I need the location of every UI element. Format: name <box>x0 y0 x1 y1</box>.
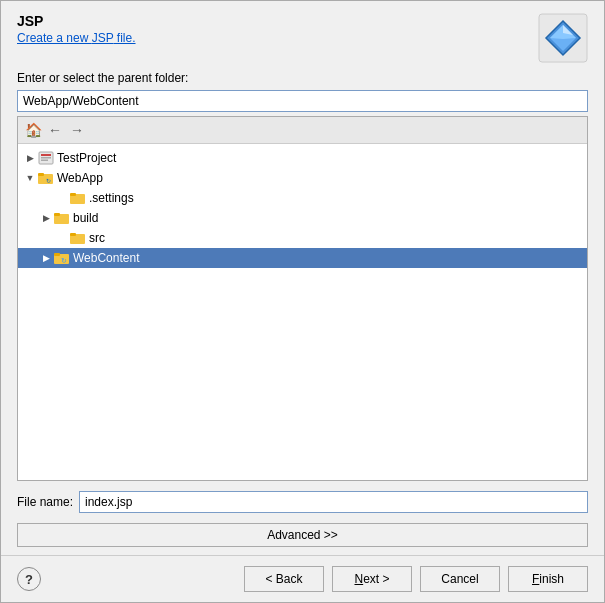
build-label: build <box>73 211 98 225</box>
subtitle-pre: Create a new <box>17 31 92 45</box>
testproject-label: TestProject <box>57 151 116 165</box>
tree-item-build[interactable]: ▶ build <box>18 208 587 228</box>
svg-text:↻: ↻ <box>61 257 67 264</box>
webapp-folder-icon: ↻ <box>38 170 54 186</box>
subtitle-link: JSP <box>92 31 114 45</box>
svg-rect-18 <box>70 233 76 236</box>
cancel-button[interactable]: Cancel <box>420 566 500 592</box>
tree-item-testproject[interactable]: ▶ TestProject <box>18 148 587 168</box>
svg-rect-7 <box>41 157 51 159</box>
subtitle-post: file. <box>114 31 136 45</box>
tree-item-webapp[interactable]: ▼ ↻ WebApp <box>18 168 587 188</box>
build-folder-icon <box>54 210 70 226</box>
tree-container: 🏠 ← → ▶ TestPr <box>17 116 588 481</box>
footer-right: < Back Next > Cancel Finish <box>244 566 588 592</box>
svg-rect-16 <box>54 213 60 216</box>
expand-icon-settings <box>54 190 70 206</box>
dialog-header: JSP Create a new JSP file. <box>1 1 604 71</box>
tree-home-button[interactable]: 🏠 <box>23 120 43 140</box>
dialog-subtitle: Create a new JSP file. <box>17 31 136 45</box>
file-name-row: File name: <box>17 491 588 513</box>
folder-section-label: Enter or select the parent folder: <box>17 71 588 85</box>
settings-label: .settings <box>89 191 134 205</box>
back-button[interactable]: < Back <box>244 566 324 592</box>
tree-forward-button[interactable]: → <box>67 120 87 140</box>
tree-content: ▶ TestProject ▼ <box>18 144 587 480</box>
webcontent-label: WebContent <box>73 251 140 265</box>
tree-item-src[interactable]: src <box>18 228 587 248</box>
dialog-body: Enter or select the parent folder: 🏠 ← →… <box>1 71 604 555</box>
footer-left: ? <box>17 567 41 591</box>
svg-rect-20 <box>54 253 60 256</box>
svg-rect-6 <box>41 154 51 156</box>
src-folder-icon <box>70 230 86 246</box>
tree-toolbar: 🏠 ← → <box>18 117 587 144</box>
advanced-button[interactable]: Advanced >> <box>17 523 588 547</box>
svg-rect-11 <box>38 173 44 176</box>
dialog-title: JSP <box>17 13 136 29</box>
help-button[interactable]: ? <box>17 567 41 591</box>
expand-icon-webapp: ▼ <box>22 170 38 186</box>
jsp-new-file-dialog: JSP Create a new JSP file. Enter or sele… <box>0 0 605 603</box>
tree-back-button[interactable]: ← <box>45 120 65 140</box>
next-label-rest: ext > <box>363 572 389 586</box>
webcontent-folder-icon: ↻ <box>54 250 70 266</box>
project-icon <box>38 150 54 166</box>
folder-path-input[interactable] <box>17 90 588 112</box>
dialog-footer: ? < Back Next > Cancel Finish <box>1 555 604 602</box>
finish-button[interactable]: Finish <box>508 566 588 592</box>
dialog-icon <box>538 13 588 63</box>
settings-folder-icon <box>70 190 86 206</box>
title-area: JSP Create a new JSP file. <box>17 13 136 45</box>
webapp-label: WebApp <box>57 171 103 185</box>
svg-rect-14 <box>70 193 76 196</box>
src-label: src <box>89 231 105 245</box>
expand-icon-build: ▶ <box>38 210 54 226</box>
next-button[interactable]: Next > <box>332 566 412 592</box>
file-name-label: File name: <box>17 495 73 509</box>
expand-icon-webcontent: ▶ <box>38 250 54 266</box>
expand-icon-testproject: ▶ <box>22 150 38 166</box>
tree-item-webcontent[interactable]: ▶ ↻ WebContent <box>18 248 587 268</box>
svg-rect-8 <box>41 160 48 162</box>
svg-text:↻: ↻ <box>46 178 51 184</box>
expand-icon-src <box>54 230 70 246</box>
tree-item-settings[interactable]: .settings <box>18 188 587 208</box>
file-name-input[interactable] <box>79 491 588 513</box>
